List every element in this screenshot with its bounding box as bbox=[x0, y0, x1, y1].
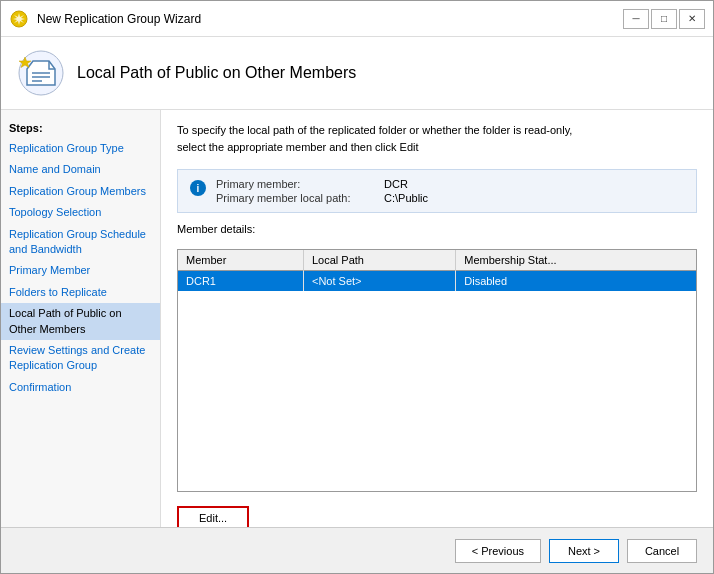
window-icon bbox=[9, 9, 29, 29]
wizard-header: Local Path of Public on Other Members bbox=[1, 37, 713, 110]
info-icon: i bbox=[190, 180, 206, 196]
member-table: Member Local Path Membership Stat... DCR… bbox=[178, 250, 696, 291]
primary-member-row: Primary member: DCR bbox=[216, 178, 428, 190]
window-controls: ─ □ ✕ bbox=[623, 9, 705, 29]
primary-member-value: DCR bbox=[384, 178, 408, 190]
table-row[interactable]: DCR1<Not Set>Disabled bbox=[178, 271, 696, 292]
sidebar-item-confirmation[interactable]: Confirmation bbox=[1, 377, 160, 398]
col-member: Member bbox=[178, 250, 303, 271]
cancel-button[interactable]: Cancel bbox=[627, 539, 697, 563]
sidebar: Steps: Replication Group TypeName and Do… bbox=[1, 110, 161, 527]
sidebar-item-replication-group-schedule[interactable]: Replication Group Schedule and Bandwidth bbox=[1, 224, 160, 261]
close-button[interactable]: ✕ bbox=[679, 9, 705, 29]
sidebar-item-review-settings[interactable]: Review Settings and Create Replication G… bbox=[1, 340, 160, 377]
maximize-button[interactable]: □ bbox=[651, 9, 677, 29]
window-title: New Replication Group Wizard bbox=[37, 12, 623, 26]
sidebar-item-topology-selection[interactable]: Topology Selection bbox=[1, 202, 160, 223]
sidebar-item-name-and-domain[interactable]: Name and Domain bbox=[1, 159, 160, 180]
primary-member-path-value: C:\Public bbox=[384, 192, 428, 204]
primary-member-label: Primary member: bbox=[216, 178, 376, 190]
edit-btn-row: Edit... bbox=[177, 506, 697, 527]
sidebar-item-replication-group-type[interactable]: Replication Group Type bbox=[1, 138, 160, 159]
minimize-button[interactable]: ─ bbox=[623, 9, 649, 29]
member-table-container: Member Local Path Membership Stat... DCR… bbox=[177, 249, 697, 492]
steps-label: Steps: bbox=[1, 118, 160, 138]
wizard-window: New Replication Group Wizard ─ □ ✕ Local… bbox=[0, 0, 714, 574]
description-text: To specify the local path of the replica… bbox=[177, 122, 697, 155]
info-box: i Primary member: DCR Primary member loc… bbox=[177, 169, 697, 213]
previous-button[interactable]: < Previous bbox=[455, 539, 541, 563]
sidebar-item-folders-to-replicate[interactable]: Folders to Replicate bbox=[1, 282, 160, 303]
col-membership-status: Membership Stat... bbox=[456, 250, 696, 271]
table-header-row: Member Local Path Membership Stat... bbox=[178, 250, 696, 271]
info-rows: Primary member: DCR Primary member local… bbox=[216, 178, 428, 204]
primary-member-path-row: Primary member local path: C:\Public bbox=[216, 192, 428, 204]
table-empty-space bbox=[178, 291, 696, 491]
wizard-icon bbox=[17, 49, 65, 97]
content-area: Steps: Replication Group TypeName and Do… bbox=[1, 110, 713, 527]
next-button[interactable]: Next > bbox=[549, 539, 619, 563]
primary-member-path-label: Primary member local path: bbox=[216, 192, 376, 204]
sidebar-item-local-path: Local Path of Public on Other Members bbox=[1, 303, 160, 340]
page-title: Local Path of Public on Other Members bbox=[77, 64, 356, 82]
title-bar: New Replication Group Wizard ─ □ ✕ bbox=[1, 1, 713, 37]
member-details-label: Member details: bbox=[177, 223, 697, 235]
edit-button[interactable]: Edit... bbox=[177, 506, 249, 527]
footer: < Previous Next > Cancel bbox=[1, 527, 713, 573]
sidebar-item-replication-group-members[interactable]: Replication Group Members bbox=[1, 181, 160, 202]
col-local-path: Local Path bbox=[303, 250, 455, 271]
main-panel: To specify the local path of the replica… bbox=[161, 110, 713, 527]
sidebar-item-primary-member[interactable]: Primary Member bbox=[1, 260, 160, 281]
